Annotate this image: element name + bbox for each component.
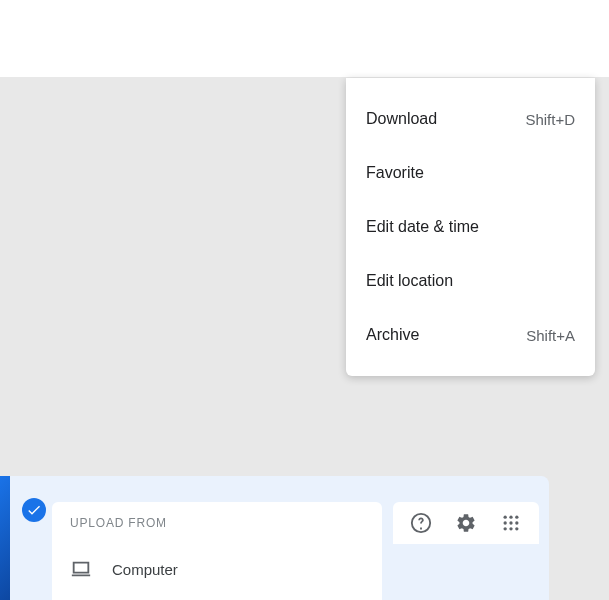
help-button[interactable] [403, 505, 439, 541]
gear-icon [455, 512, 477, 534]
menu-item-edit-date-time[interactable]: Edit date & time [346, 200, 595, 254]
svg-point-0 [503, 516, 506, 519]
menu-item-label: Archive [366, 326, 419, 344]
check-icon [26, 502, 42, 518]
help-icon [410, 512, 432, 534]
settings-button[interactable] [448, 505, 484, 541]
svg-point-6 [503, 527, 506, 530]
menu-item-favorite[interactable]: Favorite [346, 146, 595, 200]
computer-icon [70, 558, 92, 580]
bottom-overlay-panel: UPLOAD FROM Computer [0, 476, 549, 600]
menu-item-label: Edit date & time [366, 218, 479, 236]
menu-item-shortcut: Shift+A [526, 327, 575, 344]
menu-item-shortcut: Shift+D [525, 111, 575, 128]
upload-header: UPLOAD FROM [70, 516, 364, 530]
upload-option-computer[interactable]: Computer [70, 552, 364, 586]
svg-point-7 [509, 527, 512, 530]
menu-item-edit-location[interactable]: Edit location [346, 254, 595, 308]
menu-item-label: Favorite [366, 164, 424, 182]
selected-check-badge[interactable] [22, 498, 46, 522]
svg-point-8 [515, 527, 518, 530]
upload-option-label: Computer [112, 561, 178, 578]
context-menu: Download Shift+D Favorite Edit date & ti… [346, 78, 595, 376]
svg-point-1 [509, 516, 512, 519]
svg-point-4 [509, 521, 512, 524]
apps-grid-icon [501, 513, 521, 533]
top-bar [0, 0, 609, 78]
menu-item-label: Edit location [366, 272, 453, 290]
icon-toolbar [393, 502, 539, 544]
menu-item-archive[interactable]: Archive Shift+A [346, 308, 595, 362]
menu-item-label: Download [366, 110, 437, 128]
svg-point-5 [515, 521, 518, 524]
svg-point-2 [515, 516, 518, 519]
main-content-area: Download Shift+D Favorite Edit date & ti… [0, 78, 609, 600]
apps-button[interactable] [493, 505, 529, 541]
svg-point-3 [503, 521, 506, 524]
menu-item-download[interactable]: Download Shift+D [346, 92, 595, 146]
upload-panel: UPLOAD FROM Computer [52, 502, 382, 600]
thumbnail-preview-sliver [0, 476, 10, 600]
